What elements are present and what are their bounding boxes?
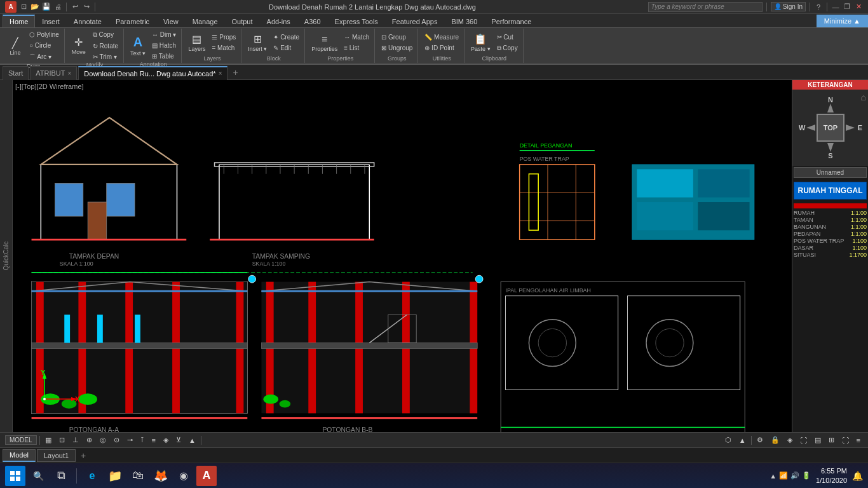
cut-button[interactable]: ✂ Cut (494, 32, 520, 42)
customize-button[interactable]: ≡ (854, 437, 863, 444)
new-file-icon[interactable]: ⊡ (19, 3, 28, 11)
ribbon-tab-annotate[interactable]: Annotate (67, 15, 109, 27)
task-view-button[interactable]: ⧉ (51, 466, 71, 486)
line-button[interactable]: ╱Line (5, 36, 25, 57)
edit-block-button[interactable]: ✎ Edit (271, 43, 302, 53)
undo-icon[interactable]: ↩ (71, 3, 79, 11)
transparency-toggle[interactable]: ◈ (161, 436, 171, 444)
project-logo[interactable]: RUMAH TINGGAL (794, 182, 867, 200)
rotate-button[interactable]: ↻ Rotate (90, 41, 121, 51)
doc-tab-0[interactable]: Start (3, 66, 29, 80)
ribbon-tab-parametric[interactable]: Parametric (109, 15, 156, 27)
lock-button[interactable]: 🔒 (768, 436, 782, 444)
otrack-toggle[interactable]: ⊸ (125, 436, 135, 444)
ribbon-tab-home[interactable]: Home (3, 15, 35, 27)
help-button[interactable]: ? (814, 3, 823, 11)
trim-button[interactable]: ✂ Trim ▾ (90, 52, 121, 62)
doc-tab-1[interactable]: ATRIBUT× (30, 66, 77, 80)
copy-button[interactable]: ⧉ Copy (90, 30, 121, 40)
copy-clip-button[interactable]: ⧉ Copy (494, 43, 520, 53)
properties-button[interactable]: ≡Properties (309, 32, 340, 53)
ribbon-tab-bim-360[interactable]: BIM 360 (444, 15, 484, 27)
canvas-area[interactable]: [-][Top][2D Wireframe] (13, 80, 792, 432)
3dosnap-toggle[interactable]: ⊙ (111, 436, 122, 444)
measure-button[interactable]: 📏 Measure (422, 32, 461, 42)
save-icon[interactable]: 💾 (42, 3, 51, 11)
tray-up-arrow[interactable]: ▲ (770, 472, 776, 480)
ribbon-tab-output[interactable]: Output (225, 15, 260, 27)
text-button[interactable]: AText ▾ (128, 34, 148, 58)
restore-button[interactable]: ❐ (843, 3, 851, 11)
create-block-button[interactable]: ✦ Create (271, 32, 302, 42)
clock[interactable]: 6:55 PM 1/10/2020 (816, 466, 847, 485)
tray-button[interactable]: ⊞ (826, 436, 837, 444)
arc-button[interactable]: ⌒ Arc ▾ (27, 51, 62, 63)
group-button[interactable]: ⊡ Group (379, 32, 415, 42)
start-button[interactable] (5, 466, 25, 486)
layer-props-button[interactable]: ☰ Props (209, 32, 238, 42)
layout-tab-layout1[interactable]: Layout1 (37, 449, 76, 462)
ortho-toggle[interactable]: ⊥ (70, 436, 81, 444)
add-layout-button[interactable]: + (77, 449, 90, 462)
hatch-button[interactable]: ▤ Hatch (149, 41, 179, 50)
ribbon-tab-featured-apps[interactable]: Featured Apps (385, 15, 445, 27)
insert-button[interactable]: ⊞Insert ▾ (245, 32, 269, 53)
ribbon-tab-insert[interactable]: Insert (35, 15, 67, 27)
firefox-button[interactable]: 🦊 (151, 466, 171, 486)
table-button[interactable]: ⊞ Table (149, 51, 179, 61)
ribbon-tab-express-tools[interactable]: Express Tools (328, 15, 385, 27)
matchprop-button[interactable]: ↔ Match (341, 32, 372, 42)
store-button[interactable]: 🛍 (128, 466, 148, 486)
search-bar[interactable]: Type a keyword or phrase (648, 2, 763, 12)
workspace-button[interactable]: ⚙ (754, 436, 766, 444)
selection-toggle[interactable]: ⊻ (173, 436, 184, 444)
paste-button[interactable]: 📋Paste ▾ (468, 32, 493, 53)
viewport-label[interactable]: [-][Top][2D Wireframe] (15, 83, 84, 90)
move-button[interactable]: ✛Move (69, 35, 89, 57)
file-explorer-button[interactable]: 📁 (105, 466, 125, 486)
fullscreen-button[interactable]: ⛶ (839, 437, 851, 444)
open-file-icon[interactable]: 📂 (31, 3, 39, 11)
snap-toggle[interactable]: ⊡ (57, 436, 67, 444)
minimize-button[interactable]: — (831, 3, 840, 11)
minimize-ribbon-button[interactable]: Minimize ▲ (817, 15, 868, 27)
volume-icon[interactable]: 🔊 (790, 471, 799, 480)
notification-button[interactable]: 🔔 (852, 471, 863, 481)
print-icon[interactable]: 🖨 (53, 3, 62, 11)
redo-icon[interactable]: ↪ (82, 3, 91, 11)
ribbon-tab-performance[interactable]: Performance (484, 15, 538, 27)
ducs-toggle[interactable]: ⊺ (138, 436, 147, 444)
network-icon[interactable]: 📶 (779, 471, 788, 480)
battery-icon[interactable]: 🔋 (802, 471, 811, 480)
osnap-toggle[interactable]: ◎ (97, 436, 109, 444)
dimension-button[interactable]: ↔ Dim ▾ (149, 30, 179, 39)
ribbon-tab-view[interactable]: View (156, 15, 186, 27)
app-icon[interactable]: A (5, 1, 17, 13)
search-taskbar-button[interactable]: 🔍 (28, 466, 48, 486)
sign-in-button[interactable]: 👤 Sign In (771, 2, 806, 11)
ungroup-button[interactable]: ⊠ Ungroup (379, 43, 415, 53)
polar-toggle[interactable]: ⊕ (84, 436, 95, 444)
unnamed-button[interactable]: Unnamed (794, 167, 867, 178)
close-button[interactable]: ✕ (854, 3, 863, 11)
model-status-button[interactable]: MODEL (5, 435, 37, 445)
liststyle-button[interactable]: ≡ List (341, 43, 372, 53)
grid-toggle[interactable]: ▦ (43, 436, 54, 444)
ribbon-tab-a360[interactable]: A360 (297, 15, 328, 27)
properties-bar-button[interactable]: ▤ (812, 436, 824, 444)
edge-browser-button[interactable]: e (82, 466, 102, 486)
top-view-button[interactable]: TOP (817, 114, 844, 142)
id-button[interactable]: ⊕ ID Point (422, 43, 461, 53)
ribbon-tab-manage[interactable]: Manage (186, 15, 225, 27)
polyline-button[interactable]: ⬡ Polyline (27, 30, 62, 39)
layers-button[interactable]: ▤Layers (186, 32, 208, 53)
annotation-scale[interactable]: ⬡ (722, 436, 734, 444)
quickcalc-panel[interactable]: QuickCalc (0, 80, 13, 432)
doc-tab-close-2[interactable]: × (219, 70, 222, 77)
ribbon-tab-add-ins[interactable]: Add-ins (260, 15, 297, 27)
annotation-toggle[interactable]: ▲ (186, 437, 198, 444)
autocad-taskbar-button[interactable]: A (196, 466, 217, 486)
layer-match-button[interactable]: = Match (209, 43, 238, 53)
chrome-button[interactable]: ◉ (173, 466, 194, 486)
new-tab-button[interactable]: + (229, 66, 241, 79)
